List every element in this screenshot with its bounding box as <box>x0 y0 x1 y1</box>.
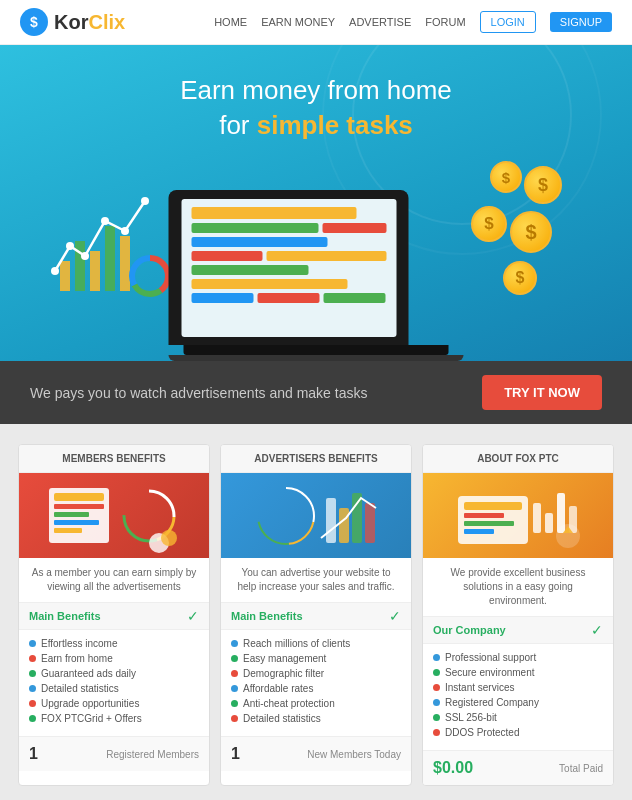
cards-section: MEMBERS BENEFITS As a member you can ear… <box>0 424 632 800</box>
advertisers-check-icon: ✓ <box>389 608 401 624</box>
svg-rect-1 <box>75 241 85 291</box>
header: $ KorClix HOME EARN MONEY ADVERTISE FORU… <box>0 0 632 45</box>
main-nav: HOME EARN MONEY ADVERTISE FORUM LOGIN SI… <box>214 11 612 33</box>
card-advertisers: ADVERTISERS BENEFITS You can advertise y… <box>220 444 412 786</box>
nav-login-button[interactable]: LOGIN <box>480 11 536 33</box>
card-members-benefits-header: Main Benefits ✓ <box>19 602 209 630</box>
list-item: Registered Company <box>433 697 603 708</box>
members-check-icon: ✓ <box>187 608 199 624</box>
svg-rect-28 <box>326 498 336 543</box>
list-item: Professional support <box>433 652 603 663</box>
svg-point-24 <box>161 530 177 546</box>
card-members-image <box>19 473 209 558</box>
svg-rect-37 <box>533 503 541 533</box>
list-item: Guaranteed ads daily <box>29 668 199 679</box>
advertisers-count-label: New Members Today <box>307 749 401 760</box>
card-about-list: Professional support Secure environment … <box>423 644 613 750</box>
nav-home[interactable]: HOME <box>214 16 247 28</box>
hero-visual: $ $ $ $ $ <box>20 161 612 361</box>
svg-rect-15 <box>54 493 104 501</box>
advertisers-count: 1 <box>231 745 240 763</box>
svg-point-10 <box>141 197 149 205</box>
card-about-benefits-header: Our Company ✓ <box>423 616 613 644</box>
about-benefits-label: Our Company <box>433 624 506 636</box>
svg-point-7 <box>81 252 89 260</box>
svg-point-5 <box>51 267 59 275</box>
try-it-now-button[interactable]: TRY IT NOW <box>482 375 602 410</box>
svg-rect-35 <box>464 521 514 526</box>
card-about-footer: $0.00 Total Paid <box>423 750 613 785</box>
card-members: MEMBERS BENEFITS As a member you can ear… <box>18 444 210 786</box>
list-item: Secure environment <box>433 667 603 678</box>
members-benefits-label: Main Benefits <box>29 610 101 622</box>
svg-rect-33 <box>464 502 522 510</box>
card-members-header: MEMBERS BENEFITS <box>19 445 209 473</box>
list-item: Affordable rates <box>231 683 401 694</box>
nav-forum[interactable]: FORUM <box>425 16 465 28</box>
card-about-header: ABOUT FOX PTC <box>423 445 613 473</box>
card-about: ABOUT FOX PTC We provide excellent busin… <box>422 444 614 786</box>
logo[interactable]: $ KorClix <box>20 8 125 36</box>
card-advertisers-header: ADVERTISERS BENEFITS <box>221 445 411 473</box>
svg-rect-2 <box>90 251 100 291</box>
card-advertisers-desc: You can advertise your website to help i… <box>221 558 411 602</box>
coins-illustration: $ $ $ $ $ <box>442 161 562 321</box>
svg-rect-19 <box>54 528 82 533</box>
card-advertisers-footer: 1 New Members Today <box>221 736 411 771</box>
list-item: DDOS Protected <box>433 727 603 738</box>
about-check-icon: ✓ <box>591 622 603 638</box>
svg-rect-0 <box>60 261 70 291</box>
list-item: Upgrade opportunities <box>29 698 199 709</box>
svg-rect-34 <box>464 513 504 518</box>
list-item: SSL 256-bit <box>433 712 603 723</box>
list-item: Easy management <box>231 653 401 664</box>
logo-text: KorClix <box>54 11 125 34</box>
svg-rect-3 <box>105 226 115 291</box>
svg-rect-38 <box>545 513 553 533</box>
cta-banner: We pays you to watch advertisements and … <box>0 361 632 424</box>
card-members-desc: As a member you can earn simply by viewi… <box>19 558 209 602</box>
card-advertisers-image <box>221 473 411 558</box>
chart-illustration <box>50 181 170 304</box>
list-item: Earn from home <box>29 653 199 664</box>
card-members-footer: 1 Registered Members <box>19 736 209 771</box>
card-advertisers-list: Reach millions of clients Easy managemen… <box>221 630 411 736</box>
about-total-paid: $0.00 <box>433 759 473 777</box>
svg-point-9 <box>121 227 129 235</box>
card-members-list: Effortless income Earn from home Guarant… <box>19 630 209 736</box>
card-advertisers-benefits-header: Main Benefits ✓ <box>221 602 411 630</box>
nav-signup-button[interactable]: SIGNUP <box>550 12 612 32</box>
list-item: Instant services <box>433 682 603 693</box>
svg-point-8 <box>101 217 109 225</box>
svg-rect-4 <box>120 236 130 291</box>
laptop-illustration <box>169 190 464 361</box>
card-about-image <box>423 473 613 558</box>
svg-point-6 <box>66 242 74 250</box>
card-about-desc: We provide excellent business solutions … <box>423 558 613 616</box>
svg-rect-31 <box>365 503 375 543</box>
list-item: FOX PTCGrid + Offers <box>29 713 199 724</box>
about-total-paid-label: Total Paid <box>559 763 603 774</box>
members-count: 1 <box>29 745 38 763</box>
list-item: Effortless income <box>29 638 199 649</box>
hero-section: Earn money from home for simple tasks <box>0 45 632 361</box>
list-item: Detailed statistics <box>231 713 401 724</box>
advertisers-benefits-label: Main Benefits <box>231 610 303 622</box>
members-count-label: Registered Members <box>106 749 199 760</box>
list-item: Detailed statistics <box>29 683 199 694</box>
list-item: Reach millions of clients <box>231 638 401 649</box>
svg-rect-36 <box>464 529 494 534</box>
banner-text: We pays you to watch advertisements and … <box>30 385 367 401</box>
nav-earn[interactable]: EARN MONEY <box>261 16 335 28</box>
logo-icon: $ <box>20 8 48 36</box>
list-item: Anti-cheat protection <box>231 698 401 709</box>
svg-rect-29 <box>339 508 349 543</box>
svg-rect-30 <box>352 493 362 543</box>
nav-advertise[interactable]: ADVERTISE <box>349 16 411 28</box>
svg-rect-18 <box>54 520 99 525</box>
svg-rect-16 <box>54 504 104 509</box>
list-item: Demographic filter <box>231 668 401 679</box>
svg-rect-17 <box>54 512 89 517</box>
